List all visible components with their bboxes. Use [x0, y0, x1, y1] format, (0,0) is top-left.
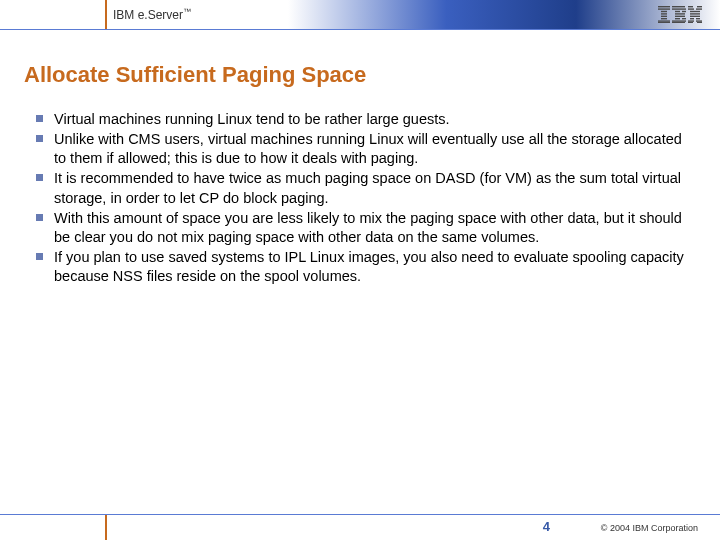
- bullet-text: It is recommended to have twice as much …: [54, 170, 681, 205]
- list-item: It is recommended to have twice as much …: [36, 169, 684, 207]
- svg-rect-0: [658, 6, 670, 7]
- svg-rect-9: [672, 8, 686, 9]
- footer-bar: 4 © 2004 IBM Corporation: [0, 514, 720, 540]
- bullet-text: With this amount of space you are less l…: [54, 210, 682, 245]
- svg-rect-14: [675, 18, 680, 19]
- slide: IBM e.Server™: [0, 0, 720, 540]
- list-item: If you plan to use saved systems to IPL …: [36, 248, 684, 286]
- svg-rect-24: [690, 13, 700, 14]
- svg-rect-11: [682, 11, 686, 12]
- svg-rect-10: [675, 11, 680, 12]
- brand-prefix: IBM e.: [113, 8, 148, 22]
- body-content: Virtual machines running Linux tend to b…: [0, 110, 720, 287]
- brand-text: IBM e.Server™: [113, 7, 191, 22]
- svg-rect-5: [661, 18, 667, 19]
- svg-rect-7: [658, 22, 670, 23]
- footer-accent: [105, 515, 107, 540]
- svg-rect-27: [696, 16, 700, 17]
- svg-rect-33: [697, 22, 702, 23]
- svg-rect-28: [690, 18, 694, 19]
- svg-rect-29: [696, 18, 700, 19]
- header-accent: [105, 0, 107, 29]
- copyright-text: © 2004 IBM Corporation: [601, 523, 698, 533]
- bullet-text: Unlike with CMS users, virtual machines …: [54, 131, 682, 166]
- svg-rect-12: [675, 13, 685, 14]
- list-item: Virtual machines running Linux tend to b…: [36, 110, 684, 129]
- list-item: With this amount of space you are less l…: [36, 209, 684, 247]
- svg-rect-20: [688, 8, 694, 9]
- svg-rect-32: [688, 22, 693, 23]
- svg-rect-15: [682, 18, 686, 19]
- brand-tm: ™: [183, 7, 191, 16]
- svg-rect-3: [661, 13, 667, 14]
- svg-rect-13: [675, 16, 685, 17]
- bullet-list: Virtual machines running Linux tend to b…: [36, 110, 684, 286]
- svg-rect-26: [694, 16, 696, 17]
- svg-rect-18: [688, 6, 693, 7]
- svg-rect-30: [688, 20, 694, 21]
- ibm-logo-icon: [658, 6, 702, 27]
- svg-rect-23: [695, 11, 700, 12]
- bullet-text: If you plan to use saved systems to IPL …: [54, 249, 684, 284]
- svg-rect-4: [661, 16, 667, 17]
- svg-rect-6: [658, 20, 670, 21]
- page-number: 4: [543, 519, 550, 534]
- list-item: Unlike with CMS users, virtual machines …: [36, 130, 684, 168]
- svg-rect-1: [658, 8, 670, 9]
- svg-rect-8: [672, 6, 685, 7]
- svg-rect-22: [690, 11, 695, 12]
- page-title: Allocate Sufficient Paging Space: [24, 62, 720, 88]
- svg-rect-2: [661, 11, 667, 12]
- svg-rect-25: [690, 16, 694, 17]
- svg-rect-31: [696, 20, 702, 21]
- header-bar: IBM e.Server™: [0, 0, 720, 30]
- svg-rect-16: [672, 20, 686, 21]
- svg-rect-17: [672, 22, 685, 23]
- brand-word: Server: [148, 8, 183, 22]
- bullet-text: Virtual machines running Linux tend to b…: [54, 111, 450, 127]
- svg-rect-19: [697, 6, 702, 7]
- svg-rect-21: [696, 8, 702, 9]
